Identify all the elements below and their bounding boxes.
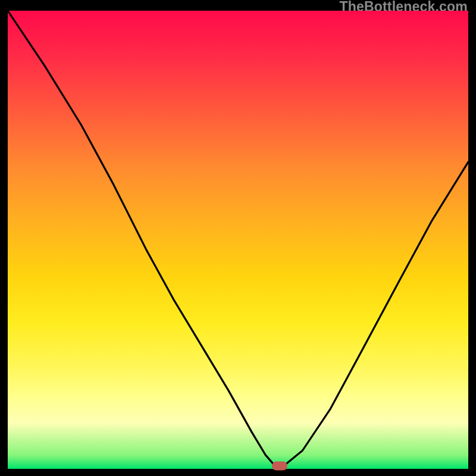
chart-area (8, 11, 468, 469)
curve-svg (8, 11, 468, 469)
bottleneck-marker (272, 461, 287, 470)
